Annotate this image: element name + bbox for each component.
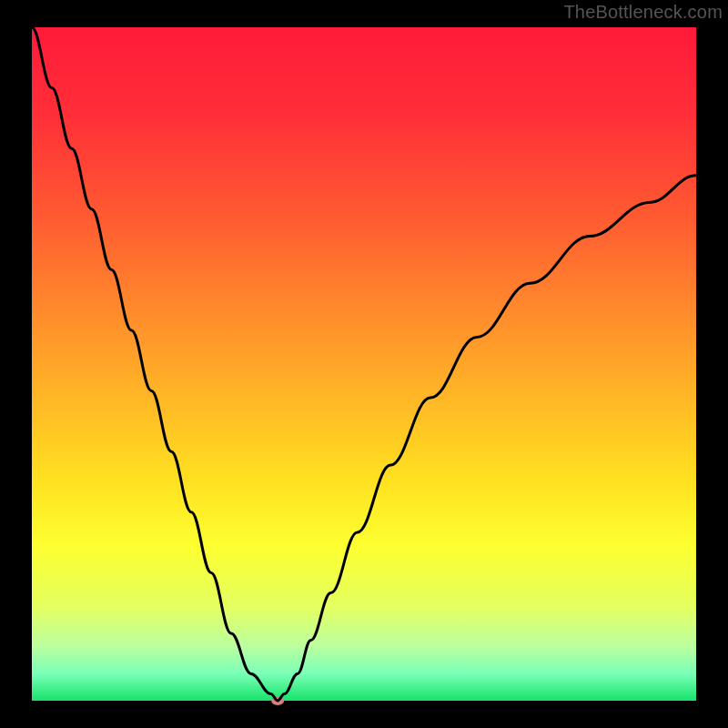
chart-frame: TheBottleneck.com: [0, 0, 728, 728]
bottleneck-chart: [0, 0, 728, 728]
attribution-text: TheBottleneck.com: [563, 2, 723, 23]
plot-background: [32, 27, 696, 701]
